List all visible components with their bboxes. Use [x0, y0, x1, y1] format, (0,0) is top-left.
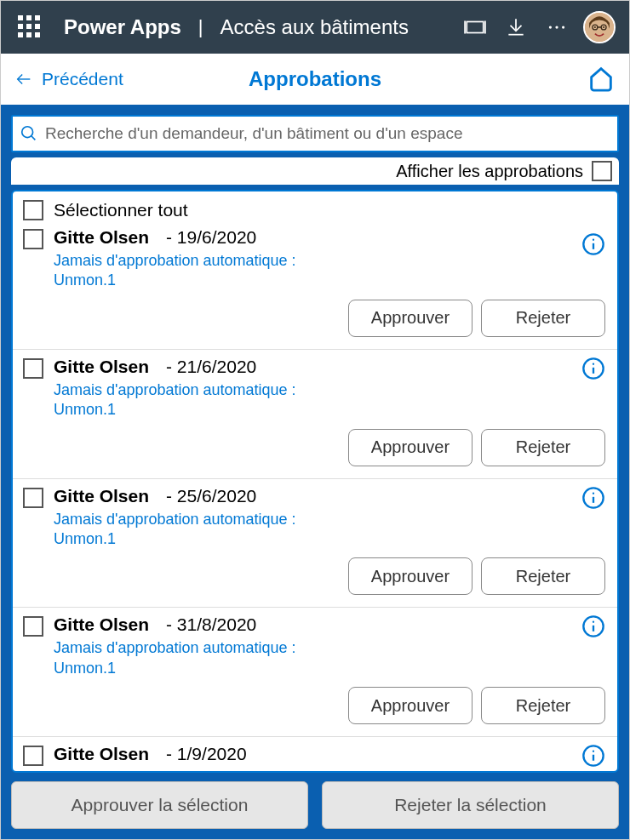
item-note: Jamais d'approbation automatique : Unmon…: [54, 638, 343, 678]
approve-selection-button[interactable]: Approuver la sélection: [11, 781, 308, 829]
info-button[interactable]: [581, 357, 605, 383]
svg-point-31: [593, 751, 594, 752]
show-approvals-checkbox[interactable]: [592, 161, 612, 181]
reject-selection-button[interactable]: Rejeter la sélection: [322, 781, 619, 829]
fit-screen-button[interactable]: [461, 13, 490, 42]
svg-point-6: [555, 26, 558, 28]
show-approvals-label: Afficher les approbations: [396, 162, 583, 181]
approve-button[interactable]: Approuver: [348, 300, 472, 337]
info-button[interactable]: [581, 232, 605, 259]
more-icon: [546, 16, 568, 38]
reject-button[interactable]: Rejeter: [481, 687, 605, 724]
item-checkbox[interactable]: [23, 358, 43, 379]
svg-point-13: [603, 26, 604, 28]
item-note: Jamais d'approbation automatique : Unmon…: [54, 251, 343, 291]
download-button[interactable]: [501, 13, 530, 42]
download-icon: [505, 16, 527, 38]
home-icon: [587, 64, 616, 93]
svg-point-15: [22, 127, 33, 138]
item-checkbox[interactable]: [23, 746, 43, 766]
item-name: Gitte Olsen: [54, 357, 149, 377]
svg-point-25: [593, 492, 594, 494]
info-icon: [581, 357, 605, 380]
approval-item: Gitte Olsen - 31/8/2020 Jamais d'approba…: [13, 607, 617, 736]
svg-point-22: [593, 363, 594, 364]
item-checkbox[interactable]: [23, 616, 43, 637]
item-note: Jamais d'approbation automatique : Unmon…: [54, 768, 343, 771]
approve-button[interactable]: Approuver: [348, 687, 472, 724]
info-icon: [581, 486, 605, 510]
item-name: Gitte Olsen: [54, 486, 149, 506]
back-arrow-icon: [14, 70, 33, 89]
item-name: Gitte Olsen: [54, 614, 149, 635]
svg-point-28: [593, 621, 594, 623]
info-button[interactable]: [581, 744, 605, 770]
info-button[interactable]: [581, 486, 605, 512]
approval-item: Gitte Olsen - 1/9/2020 Jamais d'approbat…: [13, 736, 617, 771]
item-checkbox[interactable]: [23, 488, 43, 508]
item-date: - 25/6/2020: [166, 486, 256, 506]
select-all-label: Sélectionner tout: [54, 200, 188, 220]
search-box[interactable]: [11, 115, 619, 152]
avatar-icon: [585, 11, 614, 43]
approval-item: Gitte Olsen - 19/6/2020 Jamais d'approba…: [13, 226, 617, 349]
svg-point-19: [593, 239, 594, 241]
fit-screen-icon: [464, 16, 486, 38]
reject-button[interactable]: Rejeter: [481, 557, 605, 595]
approve-button[interactable]: Approuver: [348, 429, 472, 466]
item-date: - 1/9/2020: [166, 744, 247, 764]
home-button[interactable]: [587, 64, 616, 95]
info-button[interactable]: [581, 614, 605, 641]
item-name: Gitte Olsen: [54, 744, 149, 764]
item-date: - 31/8/2020: [166, 614, 256, 635]
item-date: - 21/6/2020: [166, 357, 256, 377]
item-date: - 19/6/2020: [166, 227, 256, 248]
svg-point-12: [594, 26, 596, 28]
info-icon: [581, 232, 605, 256]
more-button[interactable]: [542, 13, 571, 42]
approval-item: Gitte Olsen - 25/6/2020 Jamais d'approba…: [13, 478, 617, 608]
item-name: Gitte Olsen: [54, 227, 149, 248]
item-note: Jamais d'approbation automatique : Unmon…: [54, 380, 343, 420]
title-divider: |: [198, 16, 203, 38]
select-all-checkbox[interactable]: [23, 200, 43, 220]
reject-button[interactable]: Rejeter: [481, 300, 605, 337]
svg-rect-0: [467, 22, 484, 33]
svg-point-5: [549, 26, 552, 28]
info-icon: [581, 614, 605, 638]
back-label: Précédent: [42, 69, 123, 89]
avatar[interactable]: [583, 11, 616, 43]
svg-point-7: [562, 26, 564, 28]
back-button[interactable]: Précédent: [14, 69, 123, 89]
waffle-icon: [18, 15, 42, 39]
approval-item: Gitte Olsen - 21/6/2020 Jamais d'approba…: [13, 349, 617, 478]
app-name: Power Apps: [64, 15, 181, 39]
app-title: Accès aux bâtiments: [220, 15, 409, 39]
waffle-menu[interactable]: [14, 12, 52, 43]
search-input[interactable]: [45, 124, 610, 143]
search-icon: [20, 124, 38, 143]
item-checkbox[interactable]: [23, 229, 43, 249]
reject-button[interactable]: Rejeter: [481, 429, 605, 466]
svg-line-16: [32, 136, 36, 140]
item-note: Jamais d'approbation automatique : Unmon…: [54, 510, 343, 550]
info-icon: [581, 744, 605, 768]
approve-button[interactable]: Approuver: [348, 557, 472, 595]
